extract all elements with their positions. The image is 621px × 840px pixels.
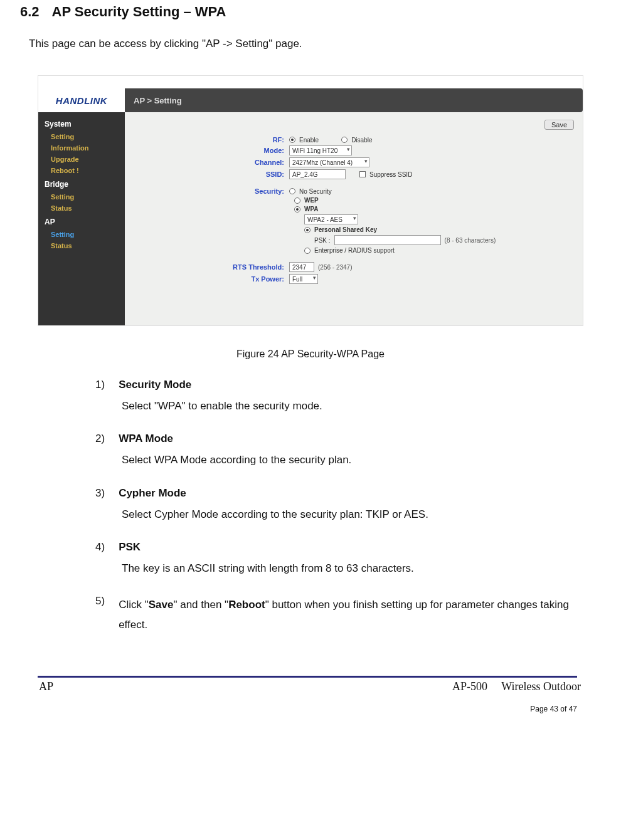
item-number: 2) [95,433,105,445]
rf-label: RF: [134,136,289,144]
sidebar-item-bridge-status[interactable]: Status [38,202,125,214]
security-wpa-radio[interactable] [294,206,300,213]
channel-select[interactable]: 2427Mhz (Channel 4) [289,157,369,167]
intro-text: This page can be access by clicking "AP … [29,38,601,50]
rf-enable-label: Enable [299,137,319,144]
item-number: 3) [95,487,105,500]
item-number: 5) [95,595,105,636]
security-wpa-label: WPA [304,206,319,213]
sidebar-item-reboot[interactable]: Reboot ! [38,165,125,176]
rf-disable-radio[interactable] [341,137,348,143]
rts-label: RTS Threshold: [134,263,289,271]
security-wep-label: WEP [304,197,319,204]
mode-label: Mode: [134,147,289,154]
psk-radio[interactable] [304,227,310,233]
rf-disable-label: Disable [351,137,372,144]
sidebar-item-ap-setting[interactable]: Setting [38,229,125,240]
footer-desc: Wireless Outdoor [501,680,581,693]
security-none-label: No Security [299,188,332,195]
psk-radio-label: Personal Shared Key [314,226,377,233]
item-title: Security Mode [119,379,191,391]
list-item: 1) Security Mode Select "WPA" to enable … [95,379,598,416]
sidebar-item-bridge-setting[interactable]: Setting [38,191,125,202]
screenshot-figure: HANDLINK AP > Setting System Setting Inf… [38,75,583,326]
item-desc: Click "Save" and then "Reboot" button wh… [119,595,598,636]
list-item: 3) Cypher Mode Select Cypher Mode accord… [95,487,598,525]
list-item: 5) Click "Save" and then "Reboot" button… [95,595,598,636]
item-desc: Select Cypher Mode according to the secu… [122,505,598,525]
sidebar: System Setting Information Upgrade Reboo… [38,112,125,325]
item-desc: Select "WPA" to enable the security mode… [122,396,598,416]
item-title: PSK [119,541,141,554]
enterprise-label: Enterprise / RADIUS support [314,247,395,254]
sidebar-item-ap-status[interactable]: Status [38,240,125,251]
section-number: 6.2 [20,4,40,19]
enterprise-radio[interactable] [304,248,310,254]
footer-model: AP-500 [452,680,487,693]
sidebar-group-bridge: Bridge [38,176,125,191]
psk-label: PSK : [314,237,331,244]
list-item: 4) PSK The key is an ASCII string with l… [95,541,598,579]
mode-select[interactable]: WiFi 11ng HT20 [289,145,352,155]
rts-hint: (256 - 2347) [318,264,352,271]
txpower-label: Tx Power: [134,275,289,283]
psk-input[interactable] [334,235,441,245]
item-desc: The key is an ASCII string with length f… [122,559,598,579]
item-title: WPA Mode [119,433,173,445]
suppress-ssid-label: Suppress SSID [369,171,412,178]
sidebar-item-information[interactable]: Information [38,142,125,154]
item-title: Cypher Mode [119,487,186,500]
breadcrumb: AP > Setting [125,88,583,112]
list-item: 2) WPA Mode Select WPA Mode according to… [95,433,598,470]
rf-enable-radio[interactable] [289,137,295,143]
txpower-select[interactable]: Full [289,274,318,284]
wpa-mode-select[interactable]: WPA2 - AES [304,214,358,224]
suppress-ssid-checkbox[interactable] [359,171,366,177]
item-number: 1) [95,379,105,391]
rts-input[interactable]: 2347 [289,262,314,272]
ssid-label: SSID: [134,171,289,178]
ssid-input[interactable]: AP_2.4G [289,169,346,179]
section-title-text: AP Security Setting – WPA [52,4,226,19]
form-content: Save RF: Enable Disable Mode: [125,112,583,325]
sidebar-item-upgrade[interactable]: Upgrade [38,154,125,165]
instruction-list: 1) Security Mode Select "WPA" to enable … [95,379,598,636]
logo: HANDLINK [38,88,125,112]
security-none-radio[interactable] [289,188,295,194]
sidebar-item-setting[interactable]: Setting [38,131,125,142]
figure-caption: Figure 24 AP Security-WPA Page [20,349,601,360]
section-heading: 6.2AP Security Setting – WPA [20,4,601,20]
security-label: Security: [134,187,289,195]
item-number: 4) [95,541,105,554]
item-desc: Select WPA Mode according to the securit… [122,450,598,470]
sidebar-group-system: System [38,116,125,131]
psk-hint: (8 - 63 characters) [445,237,496,244]
security-wep-radio[interactable] [294,197,300,204]
footer-divider [38,676,577,678]
save-button[interactable]: Save [544,120,574,130]
channel-label: Channel: [134,159,289,166]
sidebar-group-ap: AP [38,214,125,229]
page-number: Page 43 of 47 [0,705,577,713]
